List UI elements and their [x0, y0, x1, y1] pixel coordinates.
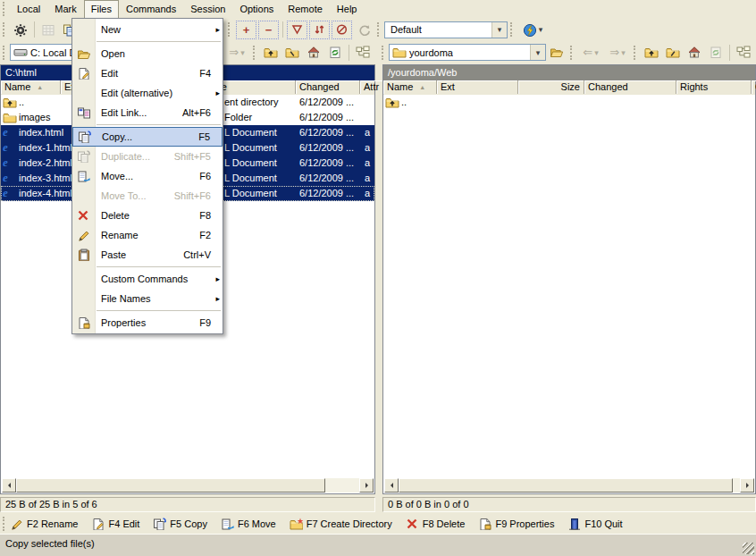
toolbar-grip[interactable] [253, 46, 257, 60]
preferences-button[interactable] [10, 20, 31, 39]
menu-item-properties[interactable]: Properties F9 [72, 313, 223, 333]
resize-grip[interactable] [743, 543, 754, 554]
chevron-down-icon[interactable]: ▾ [539, 25, 543, 34]
refresh-disabled-button[interactable] [353, 20, 374, 39]
menu-item-file-names[interactable]: File Names ▸ [72, 289, 223, 308]
scroll-right-button[interactable] [359, 478, 374, 493]
disable-sync-button[interactable] [332, 21, 352, 39]
local-refresh-button[interactable] [324, 43, 346, 63]
delete-x-icon [406, 518, 419, 530]
file-type: L Document [224, 173, 277, 183]
menu-local[interactable]: Local [10, 1, 47, 17]
remote-forward-button[interactable]: ⇒ ▾ [604, 43, 631, 63]
remote-horizontal-scrollbar[interactable] [384, 478, 754, 493]
toolbar-grip[interactable] [3, 46, 7, 60]
column-header-size[interactable]: Size [518, 80, 584, 94]
menu-item-edit-alternative[interactable]: Edit (alternative) ▸ [72, 83, 223, 103]
file-changed: 6/12/2009 ... [299, 97, 354, 107]
fn-delete-button[interactable]: F8 Delete [406, 518, 466, 530]
menu-item-edit[interactable]: Edit F4 [72, 63, 223, 83]
add-to-synchronize-button[interactable]: + [236, 21, 256, 39]
menu-item-delete[interactable]: Delete F8 [72, 206, 223, 225]
column-header-name[interactable]: Name▲ [1, 80, 61, 94]
toolbar-grip[interactable] [3, 22, 7, 37]
toolbar-grip[interactable] [570, 46, 575, 60]
fn-properties-button[interactable]: F9 Properties [478, 518, 554, 530]
remote-open-dir-button[interactable] [546, 43, 567, 63]
menu-item-new[interactable]: New ▸ [72, 20, 223, 39]
column-header-changed[interactable]: Changed [296, 80, 360, 94]
menu-item-duplicate[interactable]: Duplicate... Shift+F5 [72, 147, 223, 166]
menu-commands[interactable]: Commands [119, 1, 183, 17]
connect-session-button[interactable]: ▾ [517, 20, 548, 39]
fn-edit-button[interactable]: F4 Edit [91, 518, 139, 530]
fnbar-grip[interactable] [3, 517, 7, 531]
local-horizontal-scrollbar[interactable] [2, 478, 374, 493]
local-forward-button[interactable]: ⇒ ▾ [223, 43, 250, 63]
menubar-grip[interactable] [3, 2, 7, 16]
remote-root-dir-button[interactable] [662, 43, 684, 63]
remove-from-synchronize-button[interactable]: − [258, 21, 279, 39]
toolbar-grip[interactable] [382, 46, 386, 60]
scroll-thumb[interactable] [399, 478, 733, 493]
home-icon [687, 46, 701, 59]
remote-refresh-button[interactable] [705, 43, 727, 63]
toolbar-grip[interactable] [228, 22, 232, 37]
remote-dir-combo[interactable]: yourdoma ▾ [389, 44, 546, 61]
menu-item-open[interactable]: Open [72, 44, 223, 63]
scroll-track[interactable] [325, 478, 359, 493]
menu-item-rename[interactable]: Rename F2 [72, 225, 223, 245]
menu-item-paste[interactable]: Paste Ctrl+V [72, 245, 223, 265]
html-file-icon: e [3, 187, 8, 198]
menu-separator [97, 124, 221, 125]
scroll-left-button[interactable] [2, 478, 16, 493]
filter-button[interactable] [287, 21, 307, 39]
column-header-rights[interactable]: Rights [676, 80, 752, 94]
toolbar-grip[interactable] [377, 22, 382, 37]
menu-item-copy[interactable]: Copy... F5 [72, 127, 223, 147]
remote-path-bar[interactable]: /yourdoma/Web [383, 65, 755, 80]
session-profile-combo[interactable]: Default ▾ [384, 21, 508, 38]
synchronize-button[interactable] [309, 21, 330, 39]
local-parent-dir-button[interactable] [260, 43, 281, 63]
menu-item-move[interactable]: Move... F6 [72, 166, 223, 186]
fn-move-button[interactable]: F6 Move [221, 518, 276, 530]
fn-rename-button[interactable]: F2 Rename [10, 518, 78, 530]
fn-copy-button[interactable]: F5 Copy [153, 518, 207, 530]
menu-help[interactable]: Help [330, 1, 365, 17]
menu-item-custom-commands[interactable]: Custom Commands ▸ [72, 269, 223, 289]
column-header-changed[interactable]: Changed [584, 80, 676, 94]
scroll-thumb[interactable] [16, 478, 325, 493]
column-header-owner[interactable]: Owner [752, 80, 756, 94]
scroll-right-button[interactable] [740, 478, 754, 493]
toolbar-grip[interactable] [634, 46, 638, 60]
chevron-down-icon[interactable]: ▾ [491, 22, 507, 38]
menu-options[interactable]: Options [232, 1, 281, 17]
menu-remote[interactable]: Remote [281, 1, 330, 17]
column-header-name[interactable]: Name▲ [383, 80, 437, 94]
file-attr: a [365, 188, 370, 198]
menu-session[interactable]: Session [183, 1, 232, 17]
remote-parent-dir-button[interactable] [641, 43, 662, 63]
chevron-down-icon: ▾ [240, 48, 245, 57]
local-home-dir-button[interactable] [303, 43, 324, 63]
menu-mark[interactable]: Mark [47, 1, 83, 17]
remote-home-dir-button[interactable] [684, 43, 705, 63]
remote-tree-button[interactable] [733, 43, 754, 63]
file-row-parent[interactable]: .. [383, 95, 755, 110]
menu-item-move-to[interactable]: Move To... Shift+F6 [72, 186, 223, 206]
toolbar-grip[interactable] [510, 22, 515, 37]
chevron-down-icon[interactable]: ▾ [530, 45, 545, 60]
fn-quit-button[interactable]: F10 Quit [567, 518, 622, 530]
scroll-left-button[interactable] [384, 478, 399, 493]
queue-button[interactable] [38, 20, 59, 39]
scroll-track[interactable] [733, 478, 740, 493]
remote-back-button[interactable]: ⇐ ▾ [577, 43, 604, 63]
local-tree-button[interactable] [352, 43, 374, 63]
fn-create-directory-button[interactable]: F7 Create Directory [290, 518, 392, 530]
menu-files[interactable]: Files [84, 0, 119, 18]
column-header-ext[interactable]: Ext [437, 80, 518, 94]
local-root-dir-button[interactable] [281, 43, 303, 63]
menu-item-edit-link[interactable]: Edit Link... Alt+F6 [72, 103, 223, 122]
new-folder-icon [290, 518, 303, 530]
